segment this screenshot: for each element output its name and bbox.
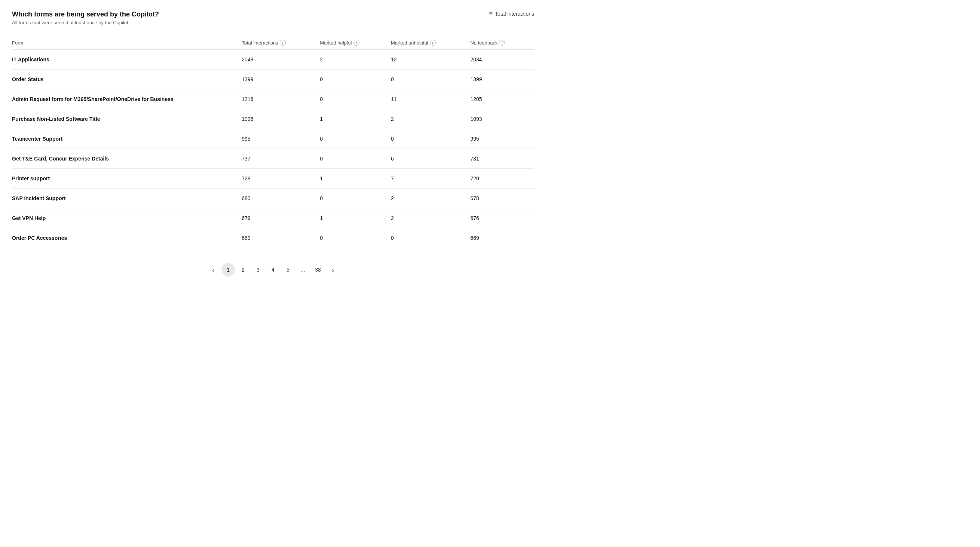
cell-no_feedback-1: 1399 [470,70,534,89]
cell-marked_unhelpful-0: 12 [391,50,470,70]
sort-label: Total interactions [495,11,534,17]
cell-marked_helpful-2: 0 [320,89,391,109]
cell-marked_unhelpful-7: 2 [391,188,470,208]
no-feedback-info-icon[interactable]: i [499,40,505,46]
cell-marked_helpful-1: 0 [320,70,391,89]
cell-marked_helpful-8: 1 [320,208,391,228]
cell-no_feedback-7: 678 [470,188,534,208]
cell-marked_unhelpful-8: 2 [391,208,470,228]
table-row: Printer support72817720 [12,169,534,188]
cell-total_interactions-7: 680 [242,188,320,208]
table-row: Get T&E Card, Concur Expense Details7370… [12,149,534,169]
cell-total_interactions-3: 1096 [242,109,320,129]
sort-control[interactable]: ≡ Total interactions [489,11,534,17]
page-4-button[interactable]: 4 [266,263,280,276]
forms-table: Form Total interactions i Marked helpful… [12,36,534,248]
cell-marked_helpful-3: 1 [320,109,391,129]
marked-unhelpful-info-icon[interactable]: i [430,40,436,46]
cell-marked_unhelpful-9: 0 [391,228,470,248]
table-row: Purchase Non-Listed Software Title109612… [12,109,534,129]
cell-form-6: Printer support [12,169,242,188]
cell-total_interactions-9: 669 [242,228,320,248]
prev-page-button[interactable]: ‹ [207,263,220,276]
table-row: Order Status1399001399 [12,70,534,89]
cell-form-2: Admin Request form for M365/SharePoint/O… [12,89,242,109]
cell-no_feedback-2: 1205 [470,89,534,109]
table-row: Get VPN Help67912676 [12,208,534,228]
cell-total_interactions-4: 995 [242,129,320,149]
cell-total_interactions-8: 679 [242,208,320,228]
cell-form-5: Get T&E Card, Concur Expense Details [12,149,242,169]
cell-form-4: Teamcenter Support [12,129,242,149]
table-row: IT Applications20482122034 [12,50,534,70]
page-1-button[interactable]: 1 [221,263,235,276]
page-ellipsis: ... [296,263,310,276]
col-header-total-interactions: Total interactions i [242,36,320,50]
cell-no_feedback-4: 995 [470,129,534,149]
cell-no_feedback-9: 669 [470,228,534,248]
table-row: Admin Request form for M365/SharePoint/O… [12,89,534,109]
next-page-button[interactable]: › [326,263,340,276]
cell-marked_unhelpful-3: 2 [391,109,470,129]
total-interactions-info-icon[interactable]: i [280,40,286,46]
table-header-row: Form Total interactions i Marked helpful… [12,36,534,50]
page-title: Which forms are being served by the Copi… [12,11,159,18]
cell-total_interactions-1: 1399 [242,70,320,89]
cell-marked_unhelpful-4: 0 [391,129,470,149]
cell-no_feedback-6: 720 [470,169,534,188]
cell-marked_unhelpful-1: 0 [391,70,470,89]
cell-total_interactions-2: 1216 [242,89,320,109]
cell-total_interactions-0: 2048 [242,50,320,70]
cell-total_interactions-6: 728 [242,169,320,188]
page-38-button[interactable]: 38 [311,263,325,276]
marked-helpful-info-icon[interactable]: i [353,40,360,46]
cell-marked_helpful-0: 2 [320,50,391,70]
cell-marked_helpful-9: 0 [320,228,391,248]
sort-icon: ≡ [489,11,493,17]
cell-form-9: Order PC Accessories [12,228,242,248]
cell-marked_unhelpful-2: 11 [391,89,470,109]
cell-no_feedback-3: 1093 [470,109,534,129]
cell-no_feedback-5: 731 [470,149,534,169]
table-row: Order PC Accessories66900669 [12,228,534,248]
cell-form-0: IT Applications [12,50,242,70]
cell-no_feedback-0: 2034 [470,50,534,70]
cell-marked_helpful-4: 0 [320,129,391,149]
cell-marked_unhelpful-6: 7 [391,169,470,188]
cell-form-1: Order Status [12,70,242,89]
cell-marked_helpful-6: 1 [320,169,391,188]
pagination: ‹ 1 2 3 4 5 ... 38 › [12,263,534,284]
cell-total_interactions-5: 737 [242,149,320,169]
table-row: Teamcenter Support99500995 [12,129,534,149]
cell-form-7: SAP Incident Support [12,188,242,208]
col-header-marked-helpful: Marked helpful i [320,36,391,50]
page-2-button[interactable]: 2 [236,263,250,276]
page-5-button[interactable]: 5 [281,263,295,276]
cell-marked_helpful-5: 0 [320,149,391,169]
cell-no_feedback-8: 676 [470,208,534,228]
col-header-form: Form [12,36,242,50]
table-row: SAP Incident Support68002678 [12,188,534,208]
col-header-no-feedback: No feedback i [470,36,534,50]
cell-form-3: Purchase Non-Listed Software Title [12,109,242,129]
cell-marked_unhelpful-5: 6 [391,149,470,169]
cell-marked_helpful-7: 0 [320,188,391,208]
cell-form-8: Get VPN Help [12,208,242,228]
page-subtitle: All forms that were served at least once… [12,20,534,26]
page-3-button[interactable]: 3 [251,263,265,276]
col-header-marked-unhelpful: Marked unhelpful i [391,36,470,50]
